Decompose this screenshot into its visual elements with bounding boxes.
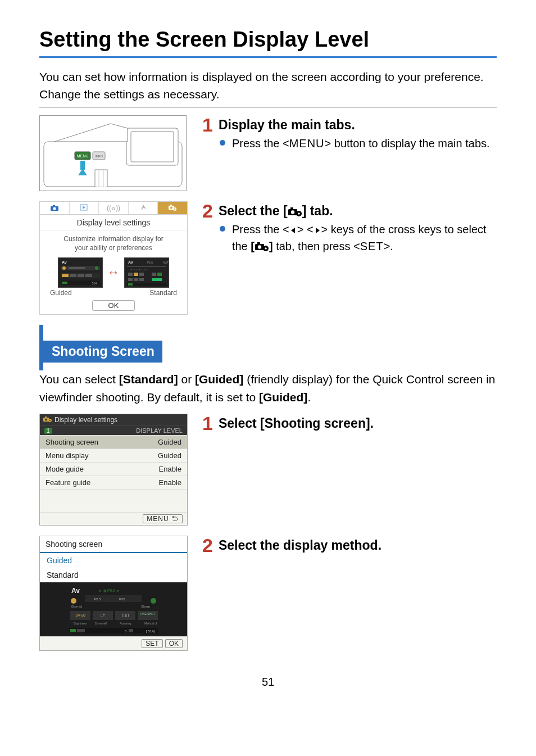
svg-rect-51 — [127, 283, 166, 286]
svg-text:ONE SHOT: ONE SHOT — [140, 612, 155, 615]
svg-rect-18 — [170, 205, 172, 206]
svg-text:F3.5: F3.5 — [94, 597, 101, 601]
svg-point-69 — [49, 420, 51, 421]
svg-text:⟨◫⟩: ⟨◫⟩ — [122, 613, 129, 617]
swap-arrow-icon: ↔ — [107, 265, 120, 280]
svg-text:Method of: Method of — [144, 622, 157, 625]
svg-rect-52 — [128, 283, 133, 286]
camera-illustration: MENU INFO — [39, 115, 187, 191]
tab-setup — [129, 202, 158, 214]
svg-rect-32 — [85, 274, 92, 277]
bottom-step-heading-2: Select the display method. — [219, 538, 497, 553]
svg-rect-43 — [134, 273, 138, 276]
svg-rect-93 — [70, 629, 76, 632]
subsection-notch — [39, 325, 43, 370]
step-heading-1: Display the main tabs. — [219, 117, 497, 133]
svg-rect-13 — [53, 205, 55, 206]
standard-preview-thumb: Av F5.6 AUTO -3..2..1..0..1..2..3 — [124, 257, 169, 288]
svg-point-27 — [95, 266, 98, 270]
svg-rect-45 — [152, 273, 156, 276]
svg-point-67 — [45, 419, 47, 421]
svg-text:▸ ◑ F5.6 ◂: ▸ ◑ F5.6 ◂ — [99, 588, 119, 592]
tab-camera — [40, 202, 70, 214]
menu-sub-badge: 1 — [44, 428, 52, 434]
svg-marker-16 — [83, 206, 85, 209]
tab-wireless: ((ⴰ)) — [99, 202, 129, 214]
page-title: Setting the Screen Display Level — [39, 27, 497, 53]
svg-text:[ 514]: [ 514] — [146, 630, 155, 633]
svg-text:Focusing: Focusing — [120, 622, 131, 625]
menu-key-label: MENU — [289, 137, 325, 150]
ss-option-standard: Standard — [40, 568, 187, 582]
svg-rect-30 — [70, 274, 76, 277]
menu-row-mode-guide: Mode guideEnable — [40, 462, 187, 476]
svg-rect-40 — [127, 266, 166, 267]
svg-rect-96 — [129, 629, 133, 632]
svg-rect-50 — [152, 278, 162, 281]
guided-preview-thumb: Av 514 — [58, 257, 103, 288]
step-heading-2: Select the [] tab. — [219, 203, 497, 219]
dl-title: Display level settings — [40, 215, 187, 231]
svg-text:F22: F22 — [119, 597, 125, 601]
menu-row-shooting-screen: Shooting screenGuided — [40, 435, 187, 449]
menu-foot-button: MENU ⮌ — [143, 514, 183, 523]
svg-point-62 — [258, 245, 261, 248]
intro-rule — [39, 107, 497, 107]
svg-marker-58 — [291, 228, 295, 233]
dl-ok-button: OK — [92, 300, 135, 311]
svg-rect-47 — [128, 278, 133, 281]
ss-title: Shooting screen — [40, 536, 187, 552]
svg-point-77 — [151, 598, 156, 604]
svg-rect-31 — [78, 274, 84, 277]
tab-display-level — [158, 202, 187, 214]
svg-rect-54 — [290, 207, 293, 209]
right-arrow-icon — [314, 227, 321, 234]
svg-text:Av: Av — [62, 260, 67, 264]
svg-text:AUTO: AUTO — [163, 261, 169, 264]
display-level-menu-screenshot: Display level settings 1 DISPLAY LEVEL S… — [39, 414, 188, 526]
title-underline — [39, 56, 497, 58]
camera-gear-icon — [255, 241, 269, 251]
menu-row-feature-guide: Feature guideEnable — [40, 476, 187, 489]
svg-text:-3..2..1..0..1..2..3: -3..2..1..0..1..2..3 — [130, 268, 148, 271]
svg-text:Av: Av — [128, 260, 133, 264]
svg-point-21 — [174, 208, 175, 209]
standard-label: Standard — [149, 289, 177, 297]
svg-text:F5.6: F5.6 — [147, 261, 153, 264]
svg-marker-59 — [316, 228, 320, 233]
svg-rect-7 — [95, 170, 107, 187]
set-key-label: SET — [360, 240, 384, 252]
svg-rect-2 — [131, 132, 174, 162]
svg-rect-46 — [157, 273, 162, 276]
svg-rect-26 — [69, 267, 85, 269]
svg-point-14 — [53, 207, 56, 210]
step-2-bullet: Press the <> <> keys of the cross keys t… — [219, 221, 497, 255]
svg-rect-48 — [134, 278, 138, 281]
camera-gear-icon — [288, 206, 302, 216]
camera-gear-icon — [43, 416, 52, 424]
main-tabs-row: ((ⴰ)) — [40, 202, 187, 215]
svg-rect-66 — [45, 417, 47, 418]
svg-rect-44 — [139, 273, 144, 276]
svg-rect-42 — [128, 273, 133, 276]
svg-point-25 — [62, 266, 66, 270]
guided-preview-large: Av ▸ ◑ F5.6 ◂ F3.5 F22 Blurred Sharp 3∓±… — [40, 582, 187, 636]
subsection-heading: Shooting Screen — [43, 341, 162, 363]
bottom-step-number-1: 1 — [202, 414, 213, 433]
svg-text:□ᴴ: □ᴴ — [101, 613, 105, 617]
svg-rect-11 — [80, 161, 85, 170]
svg-point-74 — [71, 598, 76, 604]
svg-text:3∓±0: 3∓±0 — [75, 613, 85, 617]
svg-text:INFO: INFO — [95, 155, 103, 158]
svg-rect-94 — [77, 629, 85, 632]
dl-desc: Customize information display for your a… — [40, 231, 187, 256]
ss-foot-set: SET — [142, 639, 162, 648]
svg-rect-49 — [139, 278, 144, 281]
svg-text:514: 514 — [92, 282, 97, 285]
svg-point-57 — [298, 212, 300, 215]
svg-text:Av: Av — [71, 587, 80, 595]
left-arrow-icon — [289, 227, 297, 234]
menu-row-menu-display: Menu displayGuided — [40, 449, 187, 462]
bottom-step-heading-1: Select [Shooting screen]. — [219, 416, 497, 431]
menu-sub-right: DISPLAY LEVEL — [136, 427, 183, 434]
